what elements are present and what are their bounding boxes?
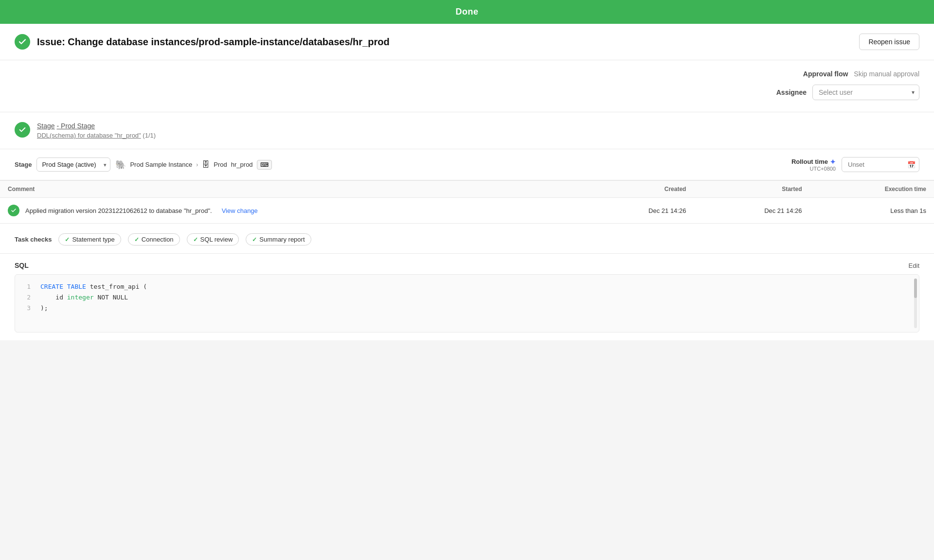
prod-stage-link[interactable]: Prod Stage — [61, 122, 95, 130]
postgres-icon: 🐘 — [115, 159, 126, 170]
line-content-1: CREATE TABLE test_from_api ( — [40, 281, 147, 292]
task-row-status-icon — [8, 205, 19, 216]
task-created-cell: Dec 21 14:26 — [578, 198, 694, 224]
issue-header: Issue: Change database instances/prod-sa… — [0, 24, 934, 60]
db-prefix: Prod — [214, 161, 227, 168]
task-row-content: Applied migration version 20231221062612… — [8, 205, 570, 216]
sql-line-2: 2 id integer NOT NULL — [23, 292, 911, 303]
task-checks-section: Task checks ✓ Statement type ✓ Connectio… — [0, 224, 934, 254]
task-table: Comment Created Started Execution time A… — [0, 180, 934, 224]
assignee-row: Assignee Select user ▾ — [748, 85, 919, 100]
col-comment: Comment — [0, 181, 578, 198]
create-keyword: CREATE — [40, 283, 63, 290]
sql-editor: 1 CREATE TABLE test_from_api ( 2 id inte… — [15, 274, 919, 332]
check-label-sql-review: SQL review — [200, 236, 233, 243]
unset-date-wrapper[interactable]: 📅 — [842, 157, 919, 172]
sql-section: SQL Edit 1 CREATE TABLE test_from_api ( … — [0, 254, 934, 340]
check-badge-sql-review[interactable]: ✓ SQL review — [187, 233, 239, 245]
check-icon-sql-review: ✓ — [193, 236, 198, 243]
sql-label: SQL — [15, 262, 29, 269]
ddl-schema-link[interactable]: DDL(schema) for database "hr_prod" — [37, 132, 141, 139]
db-instance-name: Prod Sample Instance — [130, 161, 192, 168]
col-started: Started — [694, 181, 809, 198]
select-user-wrapper[interactable]: Select user ▾ — [812, 85, 919, 100]
rollout-label-text: Rollout time — [791, 158, 828, 165]
task-execution-time-cell: Less than 1s — [809, 198, 934, 224]
stage-separator: - — [56, 122, 61, 130]
line-num-2: 2 — [23, 292, 31, 303]
type-keyword: integer — [67, 294, 94, 301]
line-content-2: id integer NOT NULL — [40, 292, 128, 303]
rollout-main-label: Rollout time ✦ — [791, 158, 836, 166]
sql-header: SQL Edit — [15, 262, 919, 269]
db-schema-icon: 🗄 — [202, 160, 210, 169]
approval-label: Approval flow — [790, 70, 848, 78]
col-created: Created — [578, 181, 694, 198]
check-label-statement: Statement type — [72, 236, 114, 243]
task-checks-label: Task checks — [15, 236, 52, 243]
sparkle-icon: ✦ — [830, 158, 836, 166]
line-num-3: 3 — [23, 303, 31, 314]
sql-line-1: 1 CREATE TABLE test_from_api ( — [23, 281, 911, 292]
approval-row: Approval flow Skip manual approval — [790, 70, 919, 78]
rollout-label: Rollout time ✦ UTC+0800 — [791, 158, 836, 172]
reopen-button[interactable]: Reopen issue — [859, 34, 919, 50]
task-comment-text: Applied migration version 20231221062612… — [25, 207, 212, 214]
scrollbar-thumb — [914, 279, 917, 298]
stage-select[interactable]: Prod Stage (active) — [36, 158, 110, 172]
task-comment-cell: Applied migration version 20231221062612… — [0, 198, 578, 224]
line-num-1: 1 — [23, 281, 31, 292]
task-table-body: Applied migration version 20231221062612… — [0, 198, 934, 224]
stage-status-icon — [15, 122, 30, 138]
issue-title-area: Issue: Change database instances/prod-sa… — [15, 34, 390, 50]
check-label-connection: Connection — [142, 236, 174, 243]
rollout-area: Rollout time ✦ UTC+0800 📅 — [791, 157, 919, 172]
check-icon-statement: ✓ — [65, 236, 70, 243]
stage-toolbar-left: Stage Prod Stage (active) ▾ 🐘 Prod Sampl… — [15, 158, 272, 172]
issue-title: Issue: Change database instances/prod-sa… — [37, 36, 390, 48]
check-badge-connection[interactable]: ✓ Connection — [128, 233, 180, 245]
indent: id — [40, 294, 67, 301]
check-badge-statement-type[interactable]: ✓ Statement type — [58, 233, 121, 245]
done-banner: Done — [0, 0, 934, 24]
select-user-dropdown[interactable]: Select user — [812, 85, 919, 100]
task-started-cell: Dec 21 14:26 — [694, 198, 809, 224]
assignee-label: Assignee — [748, 88, 807, 96]
check-icon-connection: ✓ — [134, 236, 139, 243]
sql-line-3: 3 ); — [23, 303, 911, 314]
approval-value: Skip manual approval — [854, 70, 919, 78]
task-table-header-row: Comment Created Started Execution time — [0, 181, 934, 198]
stage-select-wrapper[interactable]: Prod Stage (active) ▾ — [36, 158, 110, 172]
stage-toolbar-label: Stage — [15, 161, 32, 168]
terminal-button[interactable]: ⌨ — [257, 160, 272, 170]
stage-info: Stage - Prod Stage DDL(schema) for datab… — [37, 122, 156, 139]
db-arrow-icon: › — [196, 161, 198, 168]
check-badge-summary-report[interactable]: ✓ Summary report — [246, 233, 311, 245]
task-table-header: Comment Created Started Execution time — [0, 181, 934, 198]
db-table-name: hr_prod — [231, 161, 253, 168]
scrollbar-track — [914, 279, 917, 328]
stage-sub-info: DDL(schema) for database "hr_prod" (1/1) — [37, 132, 156, 139]
db-path: 🐘 Prod Sample Instance › 🗄 Prod hr_prod … — [115, 159, 271, 170]
banner-text: Done — [456, 7, 479, 17]
issue-status-icon — [15, 34, 30, 50]
stage-toolbar: Stage Prod Stage (active) ▾ 🐘 Prod Sampl… — [0, 149, 934, 180]
stage-section: Stage - Prod Stage DDL(schema) for datab… — [0, 112, 934, 149]
line-content-3: ); — [40, 303, 48, 314]
stage-label-text: Stage — [37, 122, 55, 130]
table-keyword: TABLE — [67, 283, 86, 290]
stage-count: (1/1) — [143, 132, 156, 139]
col-execution-time: Execution time — [809, 181, 934, 198]
sql-edit-button[interactable]: Edit — [909, 262, 919, 269]
table-name: test_from_api ( — [90, 283, 147, 290]
meta-section: Approval flow Skip manual approval Assig… — [0, 60, 934, 112]
view-change-link[interactable]: View change — [222, 207, 258, 214]
not-null: NOT NULL — [97, 294, 128, 301]
check-label-summary-report: Summary report — [259, 236, 305, 243]
table-row: Applied migration version 20231221062612… — [0, 198, 934, 224]
calendar-icon: 📅 — [907, 161, 916, 169]
rollout-timezone: UTC+0800 — [791, 166, 836, 172]
stage-link-row: Stage - Prod Stage — [37, 122, 156, 130]
check-icon-summary-report: ✓ — [252, 236, 257, 243]
